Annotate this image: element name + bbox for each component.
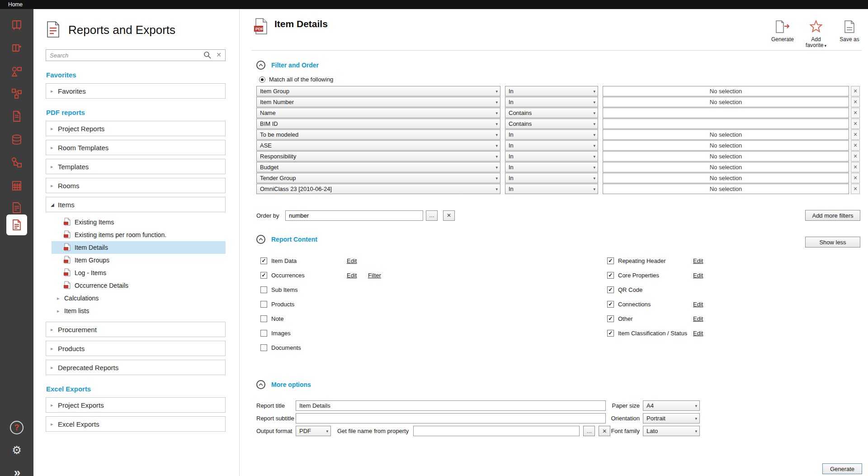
filter-value-picker[interactable]: No selection — [603, 151, 849, 162]
filename-browse-button[interactable]: … — [583, 426, 595, 436]
show-less-button[interactable]: Show less — [805, 237, 860, 248]
filter-value-picker[interactable]: No selection — [603, 184, 849, 194]
repeating-header-checkbox[interactable]: ✓ — [607, 257, 614, 264]
connections-checkbox[interactable]: ✓ — [607, 301, 614, 308]
filter-operator-select[interactable]: In▾ — [505, 162, 598, 172]
tree-group-item-lists[interactable]: ▸ Item lists — [52, 305, 226, 317]
report-subtitle-input[interactable] — [296, 413, 606, 424]
add-more-filters-button[interactable]: Add more filters — [805, 210, 860, 221]
filter-field-select[interactable]: ASE▾ — [256, 140, 500, 151]
edit-link[interactable]: Edit — [347, 257, 357, 264]
filter-operator-select[interactable]: Contains▾ — [505, 108, 598, 118]
filter-value-picker[interactable]: No selection — [603, 140, 849, 151]
paper-size-select[interactable]: A4▾ — [643, 400, 700, 411]
sidebar-item-templates[interactable]: ▸ Templates — [46, 159, 226, 174]
items-icon[interactable] — [6, 61, 27, 82]
remove-filter-button[interactable]: ✕ — [851, 184, 860, 194]
remove-filter-button[interactable]: ✕ — [851, 108, 860, 118]
filter-field-select[interactable]: Tender Group▾ — [256, 173, 500, 183]
filter-field-select[interactable]: Item Number▾ — [256, 97, 500, 107]
font-family-select[interactable]: Lato▾ — [643, 426, 700, 436]
filter-link[interactable]: Filter — [368, 272, 381, 279]
reports-icon[interactable] — [6, 214, 27, 235]
edit-link[interactable]: Edit — [347, 272, 357, 279]
sidebar-item-products[interactable]: ▸ Products — [46, 341, 226, 356]
tree-item-existing-items-per-room-function[interactable]: Existing items per room function. — [52, 228, 226, 241]
edit-link[interactable]: Edit — [693, 330, 703, 337]
filter-operator-select[interactable]: In▾ — [505, 97, 598, 107]
filter-operator-select[interactable]: In▾ — [505, 173, 598, 183]
database-icon[interactable] — [6, 129, 27, 150]
orientation-select[interactable]: Portrait▾ — [643, 413, 700, 424]
edit-link[interactable]: Edit — [693, 272, 703, 279]
sidebar-item-procurement[interactable]: ▸ Procurement — [46, 322, 226, 337]
filter-field-select[interactable]: To be modeled▾ — [256, 129, 500, 140]
sidebar-item-room-templates[interactable]: ▸ Room Templates — [46, 140, 226, 155]
products-checkbox[interactable] — [260, 301, 267, 308]
filter-field-select[interactable]: BIM ID▾ — [256, 119, 500, 129]
filter-operator-select[interactable]: In▾ — [505, 86, 598, 96]
documents-icon[interactable] — [6, 106, 27, 127]
settings-icon[interactable]: ⚙ — [6, 440, 27, 461]
tree-item-item-groups[interactable]: Item Groups — [52, 254, 226, 267]
sidebar-item-deprecated-reports[interactable]: ▸ Deprecated Reports — [46, 360, 226, 375]
order-by-clear-button[interactable]: ✕ — [443, 210, 455, 221]
filter-operator-select[interactable]: In▾ — [505, 140, 598, 151]
filter-operator-select[interactable]: In▾ — [505, 129, 598, 140]
edit-link[interactable]: Edit — [693, 257, 703, 264]
products-icon[interactable] — [6, 83, 27, 104]
filter-value-input[interactable] — [603, 119, 849, 129]
remove-filter-button[interactable]: ✕ — [851, 86, 860, 96]
sub-items-checkbox[interactable] — [260, 286, 267, 293]
rooms-icon[interactable] — [6, 15, 27, 36]
collapse-section-icon[interactable] — [256, 380, 265, 389]
filter-value-input[interactable] — [603, 108, 849, 118]
collapse-rail-icon[interactable]: » — [6, 462, 27, 476]
tree-item-item-details[interactable]: Item Details — [52, 241, 226, 254]
tree-item-log-items[interactable]: Log - Items — [52, 267, 226, 279]
collapse-section-icon[interactable] — [256, 235, 265, 244]
order-by-input[interactable] — [285, 210, 423, 221]
generate-button[interactable]: Generate — [822, 463, 862, 474]
filter-value-picker[interactable]: No selection — [603, 86, 849, 96]
tree-item-occurrence-details[interactable]: Occurrence Details — [52, 279, 226, 292]
remove-filter-button[interactable]: ✕ — [851, 129, 860, 140]
report-title-input[interactable] — [296, 400, 606, 411]
filter-field-select[interactable]: OmniClass 23 [2010-06-24]▾ — [256, 184, 500, 194]
radio-button[interactable] — [259, 76, 265, 83]
save-as-tool-button[interactable]: Save as — [836, 20, 863, 49]
item-classification-status-checkbox[interactable]: ✓ — [607, 330, 614, 337]
filter-field-select[interactable]: Responsibility▾ — [256, 151, 500, 162]
filter-value-picker[interactable]: No selection — [603, 173, 849, 183]
buildings-icon[interactable] — [6, 175, 27, 196]
note-checkbox[interactable] — [260, 315, 267, 322]
order-by-browse-button[interactable]: … — [426, 210, 438, 221]
filter-operator-select[interactable]: Contains▾ — [505, 119, 598, 129]
remove-filter-button[interactable]: ✕ — [851, 173, 860, 183]
search-input[interactable] — [46, 49, 226, 61]
filter-operator-select[interactable]: In▾ — [505, 151, 598, 162]
remove-filter-button[interactable]: ✕ — [851, 151, 860, 162]
remove-filter-button[interactable]: ✕ — [851, 162, 860, 172]
documents-checkbox[interactable] — [260, 344, 267, 351]
filter-operator-select[interactable]: In▾ — [505, 184, 598, 194]
qr-code-checkbox[interactable]: ✓ — [607, 286, 614, 293]
home-menu[interactable]: Home — [8, 1, 23, 8]
filter-value-picker[interactable]: No selection — [603, 97, 849, 107]
sidebar-item-project-reports[interactable]: ▸ Project Reports — [46, 121, 226, 136]
sidebar-item-excel-exports[interactable]: ▸ Excel Exports — [46, 416, 226, 432]
help-icon[interactable]: ? — [6, 417, 27, 438]
other-checkbox[interactable]: ✓ — [607, 315, 614, 322]
room-function-icon[interactable] — [6, 38, 27, 59]
sidebar-item-items[interactable]: ◢ Items — [46, 197, 226, 212]
filter-value-picker[interactable]: No selection — [603, 162, 849, 172]
procurement-icon[interactable] — [6, 152, 27, 173]
core-properties-checkbox[interactable]: ✓ — [607, 272, 614, 279]
generate-tool-button[interactable]: Generate — [769, 20, 796, 49]
tree-item-existing-items[interactable]: Existing Items — [52, 216, 226, 228]
clear-search-icon[interactable]: ✕ — [216, 51, 222, 58]
edit-link[interactable]: Edit — [693, 301, 703, 308]
remove-filter-button[interactable]: ✕ — [851, 140, 860, 151]
filter-field-select[interactable]: Name▾ — [256, 108, 500, 118]
output-format-select[interactable]: PDF▾ — [296, 426, 331, 436]
